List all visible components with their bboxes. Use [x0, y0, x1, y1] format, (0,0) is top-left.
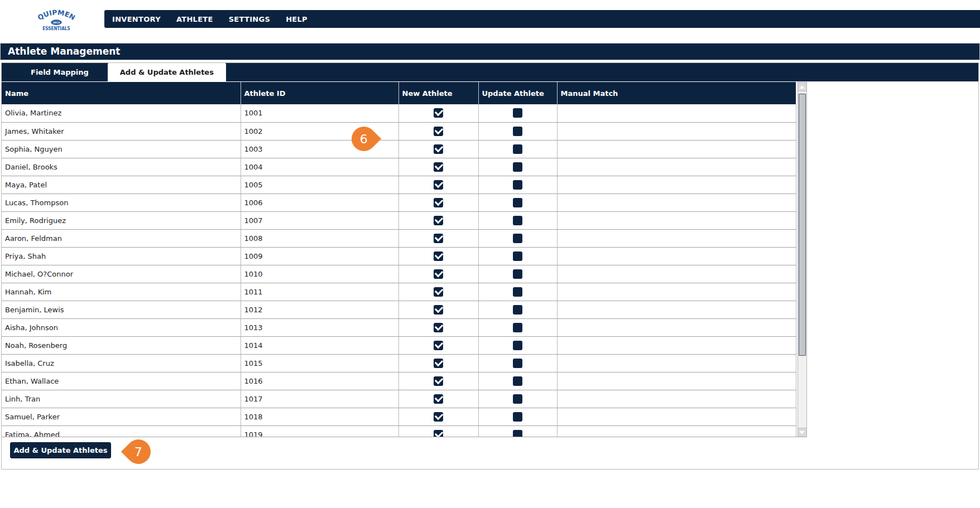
logo-equipment-text: EQUIPMENT — [32, 5, 76, 22]
table-scrollbar[interactable] — [798, 82, 807, 437]
scroll-up-arrow-icon — [799, 85, 805, 89]
tab-strip: Field Mapping Add & Update Athletes — [2, 63, 978, 81]
athlete-name-cell: Emily, Rodriguez — [2, 211, 241, 229]
table-row: Aaron, Feldman 1008 — [2, 229, 796, 247]
update-athlete-checkbox[interactable] — [513, 341, 522, 350]
athlete-table-area: Name Athlete ID New Athlete Update Athle… — [2, 82, 807, 437]
nav-item-athlete[interactable]: ATHLETE — [176, 15, 213, 23]
new-athlete-checkbox[interactable] — [434, 180, 443, 190]
manual-match-cell[interactable] — [557, 158, 796, 176]
manual-match-cell[interactable] — [557, 193, 796, 211]
update-athlete-checkbox[interactable] — [513, 430, 522, 438]
nav-item-settings[interactable]: SETTINGS — [229, 15, 270, 23]
athlete-id-cell: 1009 — [241, 247, 398, 265]
manual-match-cell[interactable] — [557, 318, 796, 336]
update-athlete-checkbox[interactable] — [513, 127, 522, 136]
athlete-name-cell: Sophia, Nguyen — [2, 140, 241, 158]
table-row: Sophia, Nguyen 1003 — [2, 140, 796, 158]
scroll-down-button[interactable] — [798, 428, 806, 437]
manual-match-cell[interactable] — [557, 176, 796, 193]
update-athlete-checkbox[interactable] — [513, 108, 522, 118]
table-row: Isabella, Cruz 1015 — [2, 354, 796, 372]
new-athlete-checkbox[interactable] — [434, 287, 443, 297]
athlete-id-cell: 1007 — [241, 211, 398, 229]
update-athlete-checkbox[interactable] — [513, 269, 522, 279]
athlete-id-cell: 1015 — [241, 354, 398, 372]
athlete-table-header: Name Athlete ID New Athlete Update Athle… — [2, 82, 796, 104]
manual-match-cell[interactable] — [557, 140, 796, 158]
nav-item-inventory[interactable]: INVENTORY — [112, 15, 161, 23]
new-athlete-checkbox[interactable] — [434, 412, 443, 422]
table-row: Ethan, Wallace 1016 — [2, 372, 796, 390]
add-update-athletes-button[interactable]: Add & Update Athletes — [10, 442, 111, 458]
update-athlete-checkbox[interactable] — [513, 216, 522, 225]
new-athlete-checkbox[interactable] — [434, 144, 443, 154]
new-athlete-checkbox[interactable] — [434, 394, 443, 404]
update-athlete-checkbox[interactable] — [513, 251, 522, 261]
column-header-athlete-id: Athlete ID — [241, 82, 398, 104]
manual-match-cell[interactable] — [557, 265, 796, 283]
new-athlete-checkbox[interactable] — [434, 251, 443, 261]
manual-match-cell[interactable] — [557, 390, 796, 408]
new-athlete-checkbox[interactable] — [434, 341, 443, 350]
update-athlete-checkbox[interactable] — [513, 180, 522, 190]
manual-match-cell[interactable] — [557, 104, 796, 122]
update-athlete-checkbox[interactable] — [513, 234, 522, 243]
scroll-up-button[interactable] — [798, 83, 806, 91]
manual-match-cell[interactable] — [557, 229, 796, 247]
athlete-name-cell: Linh, Tran — [2, 390, 241, 408]
new-athlete-checkbox[interactable] — [434, 216, 443, 225]
athlete-id-cell: 1018 — [241, 408, 398, 425]
manual-match-cell[interactable] — [557, 247, 796, 265]
new-athlete-checkbox[interactable] — [434, 376, 443, 386]
athlete-id-cell: 1006 — [241, 193, 398, 211]
new-athlete-checkbox[interactable] — [434, 198, 443, 207]
athlete-table-body: Olivia, Martinez 1001 James, Whitaker 10… — [2, 104, 796, 437]
athlete-name-cell: Fatima, Ahmed — [2, 425, 241, 437]
update-athlete-checkbox[interactable] — [513, 376, 522, 386]
manual-match-cell[interactable] — [557, 408, 796, 425]
new-athlete-checkbox[interactable] — [434, 323, 443, 332]
manual-match-cell[interactable] — [557, 425, 796, 437]
tab-field-mapping[interactable]: Field Mapping — [18, 63, 101, 81]
new-athlete-checkbox[interactable] — [434, 359, 443, 368]
nav-item-help[interactable]: HELP — [286, 15, 308, 23]
update-athlete-checkbox[interactable] — [513, 359, 522, 368]
manual-match-cell[interactable] — [557, 122, 796, 140]
table-row: Daniel, Brooks 1004 — [2, 158, 796, 176]
manual-match-cell[interactable] — [557, 336, 796, 354]
new-athlete-checkbox[interactable] — [434, 162, 443, 172]
table-row: Noah, Rosenberg 1014 — [2, 336, 796, 354]
manual-match-cell[interactable] — [557, 301, 796, 318]
new-athlete-checkbox[interactable] — [434, 234, 443, 243]
new-athlete-checkbox[interactable] — [434, 430, 443, 438]
scrollbar-thumb[interactable] — [799, 94, 806, 356]
athlete-name-cell: Aaron, Feldman — [2, 229, 241, 247]
column-header-manual-match: Manual Match — [557, 82, 796, 104]
new-athlete-checkbox[interactable] — [434, 305, 443, 315]
new-athlete-checkbox[interactable] — [434, 127, 443, 136]
athlete-name-cell: Maya, Patel — [2, 176, 241, 193]
athlete-name-cell: Daniel, Brooks — [2, 158, 241, 176]
table-row: Samuel, Parker 1018 — [2, 408, 796, 425]
update-athlete-checkbox[interactable] — [513, 412, 522, 422]
manual-match-cell[interactable] — [557, 211, 796, 229]
tab-add-update-athletes[interactable]: Add & Update Athletes — [108, 63, 226, 81]
new-athlete-checkbox[interactable] — [434, 269, 443, 279]
update-athlete-checkbox[interactable] — [513, 144, 522, 154]
manual-match-cell[interactable] — [557, 372, 796, 390]
update-athlete-checkbox[interactable] — [513, 394, 522, 404]
update-athlete-checkbox[interactable] — [513, 198, 522, 207]
update-athlete-checkbox[interactable] — [513, 287, 522, 297]
new-athlete-checkbox[interactable] — [434, 108, 443, 118]
table-row: Fatima, Ahmed 1019 — [2, 425, 796, 437]
athlete-id-cell: 1004 — [241, 158, 398, 176]
manual-match-cell[interactable] — [557, 354, 796, 372]
table-row: Priya, Shah 1009 — [2, 247, 796, 265]
table-row: Linh, Tran 1017 — [2, 390, 796, 408]
update-athlete-checkbox[interactable] — [513, 162, 522, 172]
update-athlete-checkbox[interactable] — [513, 305, 522, 315]
table-row: Benjamin, Lewis 1012 — [2, 301, 796, 318]
update-athlete-checkbox[interactable] — [513, 323, 522, 332]
manual-match-cell[interactable] — [557, 283, 796, 301]
